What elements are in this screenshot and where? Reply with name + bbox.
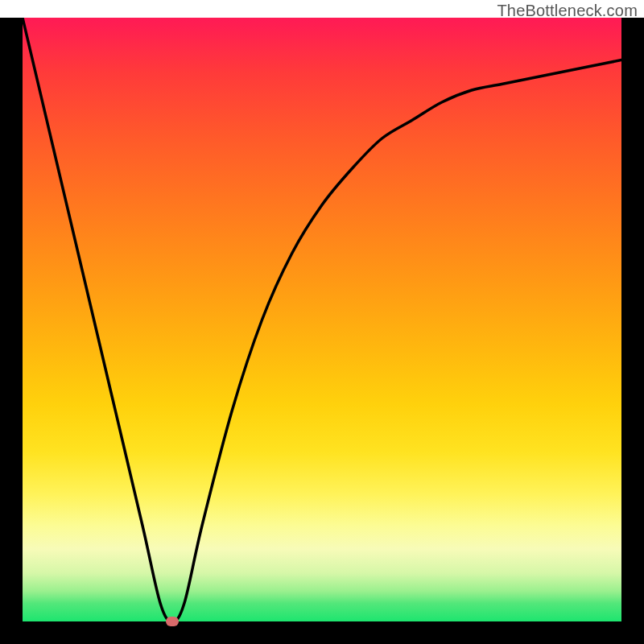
plot-frame	[0, 18, 644, 644]
plot-area	[23, 18, 621, 621]
watermark-text: TheBottleneck.com	[497, 2, 638, 20]
minimum-marker	[166, 617, 179, 626]
bottleneck-curve	[23, 18, 621, 621]
chart-container: TheBottleneck.com	[0, 0, 644, 644]
